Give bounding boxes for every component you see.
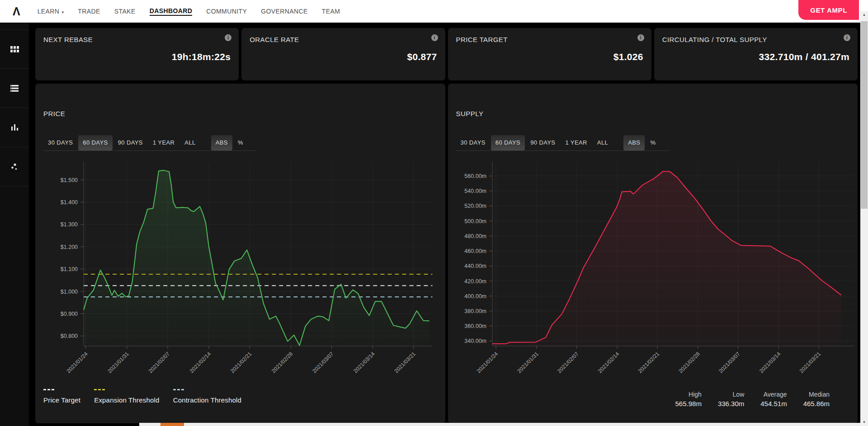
supply-tab-30-days[interactable]: 30 DAYS — [456, 135, 490, 150]
nav-item-dashboard[interactable]: DASHBOARD — [150, 7, 193, 16]
svg-text:2021/03/14: 2021/03/14 — [352, 351, 376, 375]
supply-tab-90-days[interactable]: 90 DAYS — [526, 135, 560, 150]
svg-text:480.00m: 480.00m — [464, 233, 486, 239]
grid-icon — [10, 46, 19, 52]
nav-item-governance[interactable]: GOVERNANCE — [261, 8, 308, 15]
card-circulating-total-supply: CIRCULATING / TOTAL SUPPLYi332.710m / 40… — [654, 28, 858, 80]
legend-label: Contraction Threshold — [173, 396, 242, 404]
nav-item-trade[interactable]: TRADE — [78, 8, 100, 15]
nav-item-team[interactable]: TEAM — [322, 8, 340, 15]
card-next-rebase: NEXT REBASEi19h:18m:22s — [35, 28, 239, 80]
stat-value: 465.86m — [803, 400, 830, 407]
supply-tab-all[interactable]: ALL — [593, 135, 613, 150]
price-range-tabs: 30 DAYS60 DAYS90 DAYS1 YEARALLABS% — [43, 135, 257, 151]
svg-text:2021/02/07: 2021/02/07 — [147, 351, 171, 375]
svg-text:2021/03/07: 2021/03/07 — [311, 351, 335, 375]
svg-text:2021/02/28: 2021/02/28 — [270, 351, 294, 375]
stat-label: Median — [803, 391, 830, 398]
card-value: $1.026 — [613, 51, 643, 62]
stat-value: 336.30m — [718, 400, 744, 407]
sidebar-item-grid[interactable] — [0, 29, 29, 69]
svg-text:2021/02/14: 2021/02/14 — [189, 351, 212, 375]
stat-cards-row: NEXT REBASEi19h:18m:22sORACLE RATEi$0.87… — [35, 28, 858, 80]
price-tab-[interactable]: % — [233, 135, 248, 150]
price-tab-abs[interactable]: ABS — [211, 135, 232, 150]
svg-text:$0.900: $0.900 — [61, 311, 78, 317]
supply-tab-60-days[interactable]: 60 DAYS — [491, 135, 525, 150]
get-ampl-button[interactable]: GET AMPL — [798, 0, 859, 20]
list-icon — [10, 85, 19, 92]
svg-text:2021/02/07: 2021/02/07 — [556, 351, 580, 375]
svg-text:$1.400: $1.400 — [61, 199, 78, 206]
main-content: NEXT REBASEi19h:18m:22sORACLE RATEi$0.87… — [29, 23, 860, 426]
svg-text:$1.100: $1.100 — [61, 266, 78, 272]
svg-text:2021/01/24: 2021/01/24 — [65, 351, 89, 375]
price-chart: $1.500$1.400$1.300$1.200$1.100$1.000$0.9… — [35, 154, 445, 389]
scatter-icon — [11, 163, 18, 170]
legend-swatch-dashed — [173, 389, 184, 390]
svg-text:440.00m: 440.00m — [464, 263, 486, 269]
price-tab-60-days[interactable]: 60 DAYS — [78, 135, 112, 150]
nav-item-community[interactable]: COMMUNITY — [206, 8, 247, 15]
sidebar — [0, 23, 29, 426]
svg-text:500.00m: 500.00m — [464, 218, 486, 225]
vertical-scrollbar[interactable]: ▲ ▼ — [860, 11, 868, 426]
card-value: $0.877 — [407, 51, 437, 62]
svg-text:520.00m: 520.00m — [464, 203, 486, 210]
svg-text:$0.800: $0.800 — [61, 333, 78, 339]
svg-text:2021/01/31: 2021/01/31 — [516, 351, 540, 375]
scroll-up-icon[interactable]: ▲ — [860, 11, 868, 19]
price-tab-1-year[interactable]: 1 YEAR — [148, 135, 179, 150]
legend-label: Expansion Threshold — [94, 396, 159, 404]
info-icon[interactable]: i — [225, 34, 231, 41]
info-icon[interactable]: i — [637, 34, 644, 41]
sidebar-item-scatter[interactable] — [0, 147, 29, 187]
price-panel: PRICE 30 DAYS60 DAYS90 DAYS1 YEARALLABS%… — [35, 84, 445, 423]
sidebar-item-list[interactable] — [0, 69, 29, 108]
horizontal-scrollbar[interactable] — [139, 423, 860, 426]
card-title: CIRCULATING / TOTAL SUPPLY — [662, 36, 767, 43]
scroll-down-icon[interactable]: ▼ — [860, 419, 868, 426]
chevron-down-icon: ▾ — [61, 10, 64, 14]
card-oracle-rate: ORACLE RATEi$0.877 — [241, 28, 445, 80]
vertical-scrollbar-thumb[interactable] — [861, 21, 868, 209]
brand-logo[interactable]: Λ — [13, 5, 20, 18]
svg-text:2021/03/21: 2021/03/21 — [393, 351, 417, 375]
legend-item-contraction-threshold: Contraction Threshold — [173, 389, 242, 404]
charts-row: PRICE 30 DAYS60 DAYS90 DAYS1 YEARALLABS%… — [35, 84, 858, 423]
price-tab-30-days[interactable]: 30 DAYS — [43, 135, 77, 150]
sidebar-item-bar-chart[interactable] — [0, 108, 29, 147]
svg-text:360.00m: 360.00m — [464, 323, 486, 329]
info-icon[interactable]: i — [844, 34, 850, 41]
supply-panel: SUPPLY 30 DAYS60 DAYS90 DAYS1 YEARALLABS… — [448, 84, 858, 423]
nav-item-learn[interactable]: LEARN▾ — [38, 8, 64, 15]
svg-text:2021/02/21: 2021/02/21 — [637, 351, 660, 375]
top-nav: Λ LEARN▾TRADESTAKEDASHBOARDCOMMUNITYGOVE… — [0, 0, 868, 23]
price-panel-title: PRICE — [43, 110, 445, 117]
nav-menu: LEARN▾TRADESTAKEDASHBOARDCOMMUNITYGOVERN… — [38, 7, 340, 16]
card-price-target: PRICE TARGETi$1.026 — [448, 28, 651, 80]
price-tab-90-days[interactable]: 90 DAYS — [113, 135, 147, 150]
nav-item-stake[interactable]: STAKE — [114, 8, 136, 15]
svg-text:400.00m: 400.00m — [464, 293, 486, 300]
card-title: NEXT REBASE — [43, 36, 93, 43]
card-title: PRICE TARGET — [456, 36, 508, 43]
svg-text:420.00m: 420.00m — [464, 278, 486, 285]
svg-text:2021/03/07: 2021/03/07 — [717, 351, 741, 375]
stat-average: Average454.51m — [760, 391, 787, 407]
svg-text:$1.200: $1.200 — [61, 244, 78, 250]
supply-tab-[interactable]: % — [646, 135, 660, 150]
legend-label: Price Target — [43, 396, 80, 404]
stat-label: Average — [760, 391, 787, 398]
supply-tab-1-year[interactable]: 1 YEAR — [561, 135, 591, 150]
supply-summary-stats: High565.98mLow336.30mAverage454.51mMedia… — [675, 391, 830, 407]
bar-chart-icon — [11, 124, 18, 131]
svg-text:2021/02/21: 2021/02/21 — [229, 351, 253, 375]
price-tab-all[interactable]: ALL — [180, 135, 200, 150]
info-icon[interactable]: i — [431, 34, 438, 41]
stat-high: High565.98m — [675, 391, 702, 407]
supply-tab-abs[interactable]: ABS — [623, 135, 645, 150]
svg-text:2021/03/21: 2021/03/21 — [798, 351, 822, 375]
legend-item-expansion-threshold: Expansion Threshold — [94, 389, 159, 404]
svg-text:460.00m: 460.00m — [464, 248, 486, 254]
